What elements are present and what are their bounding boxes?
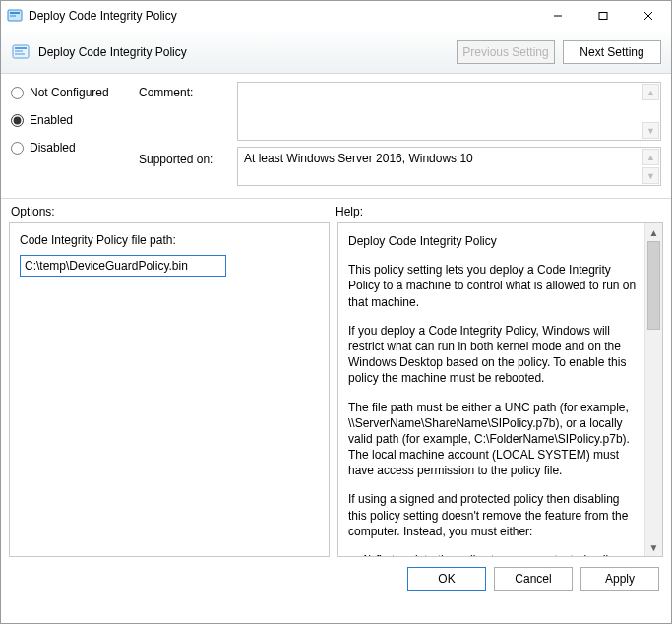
minimize-button[interactable] (535, 1, 580, 31)
radio-not-configured-label: Not Configured (30, 86, 109, 99)
options-label: Options: (11, 205, 336, 218)
previous-setting-button: Previous Setting (457, 40, 555, 64)
config-area: Not Configured Enabled Disabled Comment:… (1, 74, 671, 199)
help-p2: If you deploy a Code Integrity Policy, W… (348, 323, 637, 387)
comment-textarea[interactable]: ▲ ▼ (237, 82, 661, 141)
svg-rect-4 (599, 13, 607, 20)
next-setting-label: Next Setting (580, 45, 643, 59)
file-path-input[interactable] (20, 255, 226, 277)
help-title: Deploy Code Integrity Policy (348, 233, 637, 249)
window-buttons (535, 1, 671, 31)
scroll-track[interactable] (645, 330, 662, 538)
help-body: Deploy Code Integrity Policy This policy… (348, 233, 637, 557)
supported-on-box: At least Windows Server 2016, Windows 10… (237, 147, 661, 186)
help-label: Help: (336, 205, 363, 218)
radio-enabled-input[interactable] (11, 114, 24, 127)
supported-on-value: At least Windows Server 2016, Windows 10 (244, 152, 473, 165)
radio-disabled[interactable]: Disabled (11, 141, 139, 155)
cancel-button[interactable]: Cancel (494, 567, 573, 591)
comment-scrollbar: ▲ ▼ (642, 84, 659, 139)
help-p1: This policy setting lets you deploy a Co… (348, 262, 637, 310)
help-p5: 1) first update the policy to a non-prot… (348, 552, 637, 557)
svg-rect-10 (15, 53, 25, 55)
help-p4: If using a signed and protected policy t… (348, 491, 637, 539)
scroll-down-icon[interactable]: ▼ (645, 538, 662, 556)
panels-row: Code Integrity Policy file path: Deploy … (1, 222, 671, 557)
maximize-button[interactable] (580, 1, 626, 31)
radio-not-configured-input[interactable] (11, 87, 24, 99)
radio-not-configured[interactable]: Not Configured (11, 86, 139, 99)
supported-scrollbar: ▲ ▼ (642, 149, 659, 184)
apply-button[interactable]: Apply (580, 567, 659, 591)
cancel-label: Cancel (515, 572, 551, 586)
header-strip: Deploy Code Integrity Policy Previous Se… (1, 31, 671, 74)
labels-column: Comment: Supported on: (139, 82, 237, 186)
comment-label: Comment: (139, 86, 237, 149)
policy-icon (11, 42, 31, 62)
state-radios: Not Configured Enabled Disabled (11, 82, 139, 186)
scroll-up-icon[interactable]: ▲ (642, 84, 659, 100)
footer: OK Cancel Apply (1, 557, 671, 600)
svg-rect-9 (15, 50, 23, 52)
radio-disabled-input[interactable] (11, 142, 24, 155)
fields-column: ▲ ▼ At least Windows Server 2016, Window… (237, 82, 661, 186)
ok-label: OK (438, 572, 455, 586)
app-icon (7, 8, 23, 24)
svg-rect-2 (10, 15, 16, 17)
help-scrollbar[interactable]: ▲ ▼ (644, 223, 662, 556)
scroll-down-icon[interactable]: ▼ (642, 167, 659, 184)
apply-label: Apply (605, 572, 635, 586)
help-p3: The file path must be either a UNC path … (348, 400, 637, 479)
radio-enabled-label: Enabled (30, 113, 73, 127)
panel-labels: Options: Help: (1, 199, 671, 222)
radio-enabled[interactable]: Enabled (11, 113, 139, 127)
scroll-up-icon[interactable]: ▲ (642, 149, 659, 165)
window-title: Deploy Code Integrity Policy (29, 9, 535, 23)
svg-rect-8 (15, 47, 27, 49)
scroll-thumb[interactable] (647, 241, 660, 330)
svg-rect-1 (10, 12, 20, 14)
titlebar: Deploy Code Integrity Policy (1, 1, 671, 31)
header-title: Deploy Code Integrity Policy (38, 45, 449, 59)
options-panel: Code Integrity Policy file path: (9, 222, 330, 557)
file-path-label: Code Integrity Policy file path: (20, 233, 319, 247)
previous-setting-label: Previous Setting (462, 45, 548, 59)
close-button[interactable] (626, 1, 671, 31)
next-setting-button[interactable]: Next Setting (563, 40, 661, 64)
supported-on-label: Supported on: (139, 153, 237, 166)
scroll-down-icon[interactable]: ▼ (642, 122, 659, 139)
radio-disabled-label: Disabled (30, 141, 76, 155)
scroll-up-icon[interactable]: ▲ (645, 223, 662, 241)
help-panel: Deploy Code Integrity Policy This policy… (337, 222, 663, 557)
ok-button[interactable]: OK (407, 567, 486, 591)
